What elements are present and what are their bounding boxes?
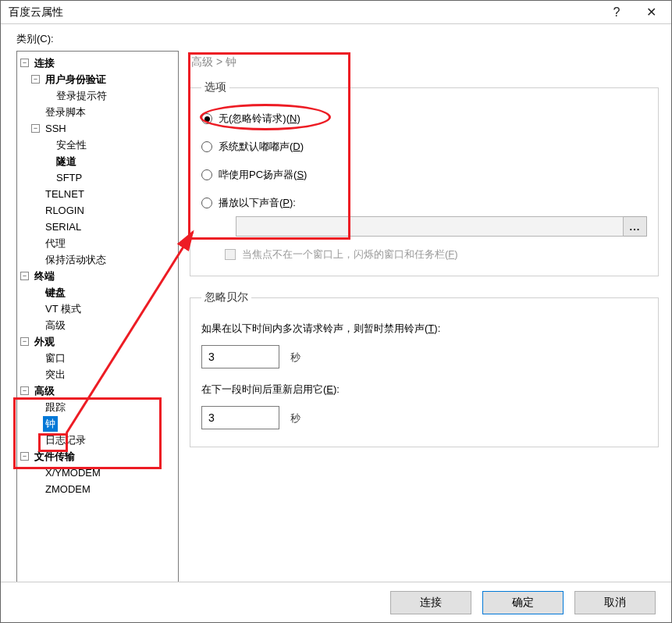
radio-speaker-label: 哔使用PC扬声器(S) — [219, 168, 307, 182]
radio-icon — [201, 113, 212, 124]
ignore-desc1: 如果在以下时间内多次请求铃声，则暂时禁用铃声(T): — [201, 322, 647, 336]
breadcrumb: 高级 > 钟 — [187, 51, 662, 80]
content-pane: 高级 > 钟 选项 无(忽略铃请求)(N) 系统默认嘟嘟声(D) — [179, 51, 662, 586]
properties-dialog: 百度云属性 ? ✕ 类别(C): − 连接 — [0, 0, 672, 623]
browse-button[interactable]: ... — [624, 216, 647, 237]
reenable-time-row: 秒 — [201, 406, 647, 429]
radio-play-sound[interactable]: 播放以下声音(P): — [201, 196, 647, 210]
tree-xymodem[interactable]: X/YMODEM — [31, 465, 176, 481]
radio-none[interactable]: 无(忽略铃请求)(N) — [201, 112, 647, 126]
tree-filetransfer[interactable]: − 文件传输 — [20, 448, 176, 465]
flash-checkbox-row: 当焦点不在一个窗口上，闪烁的窗口和任务栏(F) — [225, 247, 647, 262]
ignore-bell-group: 忽略贝尔 如果在以下时间内多次请求铃声，则暂时禁用铃声(T): 秒 在下一段时间… — [190, 290, 659, 447]
tree-auth[interactable]: − 用户身份验证 — [31, 71, 176, 87]
collapse-icon[interactable]: − — [20, 337, 29, 346]
collapse-icon[interactable]: − — [31, 75, 40, 84]
tree-telnet[interactable]: TELNET — [31, 186, 176, 202]
disable-time-row: 秒 — [201, 345, 647, 368]
tree-bell[interactable]: 钟 — [31, 415, 176, 432]
titlebar: 百度云属性 ? ✕ — [1, 1, 671, 24]
tree-connection[interactable]: − 连接 — [20, 55, 176, 71]
tree-login-script[interactable]: 登录脚本 — [31, 104, 176, 120]
radio-play-label: 播放以下声音(P): — [219, 196, 296, 210]
radio-default-beep[interactable]: 系统默认嘟嘟声(D) — [201, 140, 647, 154]
seconds-label: 秒 — [290, 351, 300, 363]
tree-vtmode[interactable]: VT 模式 — [31, 301, 176, 317]
tree-sftp[interactable]: SFTP — [42, 169, 176, 186]
tree-trace[interactable]: 跟踪 — [31, 399, 176, 415]
tree-advanced[interactable]: − 高级 — [20, 383, 176, 399]
ok-button[interactable]: 确定 — [482, 591, 564, 614]
tree-terminal[interactable]: − 终端 — [20, 268, 176, 284]
tree-ssh[interactable]: − SSH — [31, 120, 176, 137]
sound-path-row: ... — [236, 216, 647, 237]
collapse-icon[interactable]: − — [20, 59, 29, 67]
tree-window[interactable]: 窗口 — [31, 350, 176, 366]
radio-none-label: 无(忽略铃请求)(N) — [219, 112, 300, 126]
tree-zmodem[interactable]: ZMODEM — [31, 481, 176, 497]
tree-term-advanced[interactable]: 高级 — [31, 317, 176, 333]
help-button[interactable]: ? — [599, 2, 634, 23]
tree-serial[interactable]: SERIAL — [31, 219, 176, 235]
tree-login-prompt[interactable]: 登录提示符 — [42, 87, 176, 104]
tree-keepalive[interactable]: 保持活动状态 — [31, 251, 176, 268]
tree-appearance[interactable]: − 外观 — [20, 333, 176, 350]
flash-label: 当焦点不在一个窗口上，闪烁的窗口和任务栏(F) — [242, 247, 458, 262]
button-bar: 连接 确定 取消 — [1, 582, 671, 622]
collapse-icon[interactable]: − — [20, 452, 29, 461]
disable-time-input[interactable] — [201, 345, 279, 368]
tree-highlight[interactable]: 突出 — [31, 366, 176, 383]
radio-icon — [201, 141, 212, 152]
connect-button[interactable]: 连接 — [390, 591, 471, 614]
ignore-desc2: 在下一段时间后重新启用它(E): — [201, 383, 647, 397]
collapse-icon[interactable]: − — [20, 272, 29, 280]
window-title: 百度云属性 — [9, 5, 599, 20]
ignore-bell-legend: 忽略贝尔 — [201, 290, 251, 304]
options-legend: 选项 — [201, 80, 229, 94]
radio-icon — [201, 198, 212, 208]
sound-path-input — [236, 216, 624, 237]
dialog-body: − 连接 − 用户身份验证 登录提示符 — [1, 51, 671, 586]
checkbox-icon — [225, 249, 236, 260]
tree-rlogin[interactable]: RLOGIN — [31, 202, 176, 219]
category-label-text: 类别(C): — [16, 33, 54, 44]
radio-icon — [201, 169, 212, 180]
radio-pc-speaker[interactable]: 哔使用PC扬声器(S) — [201, 168, 647, 182]
options-group: 选项 无(忽略铃请求)(N) 系统默认嘟嘟声(D) 哔使 — [190, 80, 659, 276]
tree-proxy[interactable]: 代理 — [31, 235, 176, 251]
close-button[interactable]: ✕ — [634, 2, 668, 23]
radio-beep-label: 系统默认嘟嘟声(D) — [219, 140, 304, 154]
collapse-icon[interactable]: − — [20, 386, 29, 395]
category-tree[interactable]: − 连接 − 用户身份验证 登录提示符 — [16, 51, 179, 583]
tree-tunnel[interactable]: 隧道 — [42, 153, 176, 169]
seconds-label: 秒 — [290, 412, 300, 424]
tree-security[interactable]: 安全性 — [42, 137, 176, 153]
category-label: 类别(C): — [1, 24, 671, 51]
cancel-button[interactable]: 取消 — [574, 591, 656, 614]
collapse-icon[interactable]: − — [31, 124, 40, 133]
reenable-time-input[interactable] — [201, 406, 279, 429]
tree-logging[interactable]: 日志记录 — [31, 432, 176, 448]
tree-keyboard[interactable]: 键盘 — [31, 284, 176, 301]
